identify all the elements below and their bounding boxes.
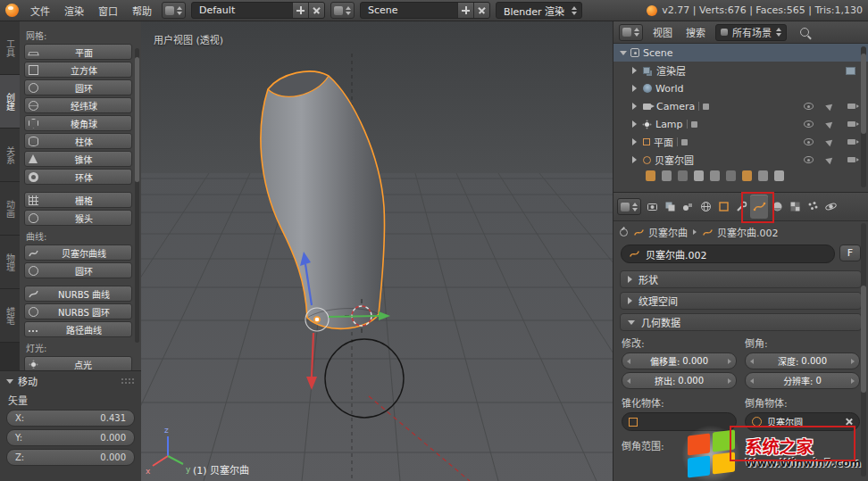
delete-scene-button[interactable] bbox=[473, 3, 489, 18]
outliner-scrollbar[interactable] bbox=[861, 46, 866, 187]
tab-render-layers[interactable] bbox=[661, 195, 679, 219]
add-path-button[interactable]: 路径曲线 bbox=[24, 321, 132, 337]
add-grid-button[interactable]: 栅格 bbox=[24, 192, 132, 208]
scene-field[interactable]: Scene bbox=[360, 2, 490, 19]
add-layout-button[interactable] bbox=[292, 3, 308, 18]
offset-slider[interactable]: 偏移量: 0.000 bbox=[622, 352, 737, 369]
outliner-partial-row[interactable] bbox=[613, 170, 868, 182]
add-nurbs-curve-button[interactable]: NURBS 曲线 bbox=[24, 286, 132, 302]
outliner-row-world[interactable]: World bbox=[613, 79, 868, 97]
add-torus-button[interactable]: 环体 bbox=[24, 169, 132, 185]
outliner-view-menu[interactable]: 视图 bbox=[647, 25, 678, 39]
add-monkey-button[interactable]: 猴头 bbox=[24, 210, 132, 226]
fake-user-button[interactable]: F bbox=[839, 245, 861, 261]
expand-icon[interactable] bbox=[620, 51, 630, 55]
visibility-eye-icon[interactable] bbox=[804, 120, 814, 128]
add-ico-sphere-button[interactable]: 棱角球 bbox=[24, 115, 132, 131]
panel-texture-space-header[interactable]: 纹理空间 bbox=[620, 292, 862, 310]
add-scene-button[interactable] bbox=[457, 3, 473, 18]
outliner-search-menu[interactable]: 搜索 bbox=[680, 25, 711, 39]
selectability-cursor-icon[interactable] bbox=[825, 120, 835, 129]
screen-layout-field[interactable]: Default bbox=[191, 2, 325, 19]
outliner-row-bezier-circle[interactable]: 贝塞尔圆 bbox=[613, 151, 868, 169]
tab-modifiers[interactable] bbox=[732, 195, 750, 219]
expand-icon[interactable] bbox=[632, 156, 643, 163]
tab-physics[interactable]: 物理 bbox=[0, 236, 20, 289]
datablock-name-field[interactable]: 贝塞尔曲.002 bbox=[621, 245, 835, 263]
viewport-canvas[interactable]: z x y bbox=[141, 21, 613, 481]
visibility-eye-icon[interactable] bbox=[804, 103, 814, 110]
pin-icon[interactable] bbox=[620, 228, 628, 236]
render-engine-dropdown[interactable]: Blender 渲染 bbox=[496, 2, 582, 19]
renderability-camera-icon[interactable] bbox=[847, 121, 855, 127]
outliner-display-filter[interactable]: 所有场景 bbox=[715, 24, 787, 41]
outliner-row-lamp[interactable]: Lamp bbox=[613, 115, 868, 133]
scene-selector-icon-button[interactable] bbox=[330, 2, 355, 19]
selectability-cursor-icon[interactable] bbox=[825, 155, 835, 165]
tab-render[interactable] bbox=[643, 195, 661, 219]
editor-type-selector[interactable] bbox=[162, 2, 186, 19]
renderability-camera-icon[interactable] bbox=[847, 157, 855, 162]
tab-create[interactable]: 创建 bbox=[0, 75, 20, 129]
expand-icon[interactable] bbox=[632, 67, 643, 74]
editor-type-selector[interactable] bbox=[617, 198, 641, 215]
add-uv-sphere-button[interactable]: 经纬球 bbox=[24, 97, 132, 113]
menu-file[interactable]: 文件 bbox=[24, 4, 56, 18]
add-bezier-curve-button[interactable]: 贝塞尔曲线 bbox=[24, 245, 132, 261]
breadcrumb-object[interactable]: 贝塞尔曲 bbox=[633, 225, 688, 239]
tab-world[interactable] bbox=[697, 195, 714, 219]
translate-x-field[interactable]: X: 0.431 bbox=[6, 410, 135, 427]
renderability-camera-icon[interactable] bbox=[847, 104, 855, 109]
expand-icon[interactable] bbox=[632, 138, 643, 145]
selectability-cursor-icon[interactable] bbox=[825, 137, 835, 147]
bevel-depth-slider[interactable]: 深度: 0.000 bbox=[745, 352, 860, 369]
tab-material[interactable] bbox=[768, 195, 786, 219]
tab-tools[interactable]: 工具 bbox=[0, 21, 20, 75]
panel-geometry-header[interactable]: 几何数据 bbox=[620, 313, 862, 331]
expand-icon[interactable] bbox=[632, 85, 643, 92]
outliner-row-scene[interactable]: Scene bbox=[613, 44, 868, 62]
tool-shelf-scrollbar[interactable] bbox=[135, 48, 139, 343]
expand-icon[interactable] bbox=[632, 103, 643, 110]
tab-texture[interactable] bbox=[786, 195, 804, 219]
add-cone-button[interactable]: 锥体 bbox=[24, 151, 132, 167]
menu-window[interactable]: 窗口 bbox=[92, 4, 124, 18]
tab-object-data[interactable] bbox=[750, 195, 768, 219]
visibility-eye-icon[interactable] bbox=[804, 138, 814, 145]
add-bezier-circle-button[interactable]: 圆环 bbox=[24, 262, 132, 278]
clear-bevel-object-icon[interactable] bbox=[845, 418, 853, 426]
outliner-row-plane[interactable]: 平面 bbox=[613, 133, 868, 151]
tab-physics[interactable] bbox=[822, 195, 839, 219]
extrude-slider[interactable]: 挤出: 0.000 bbox=[622, 372, 737, 389]
translate-y-field[interactable]: Y: 0.000 bbox=[6, 429, 135, 446]
bevel-resolution-slider[interactable]: 分辨率: 0 bbox=[745, 372, 860, 389]
menu-help[interactable]: 帮助 bbox=[126, 4, 158, 18]
outliner-row-camera[interactable]: Camera bbox=[613, 97, 868, 115]
panel-shape-header[interactable]: 形状 bbox=[620, 270, 862, 288]
delete-layout-button[interactable] bbox=[308, 3, 324, 18]
visibility-eye-icon[interactable] bbox=[804, 156, 814, 163]
tab-animation[interactable]: 动画 bbox=[0, 182, 20, 236]
breadcrumb-data[interactable]: 贝塞尔曲.002 bbox=[702, 225, 779, 239]
blender-logo-icon[interactable] bbox=[5, 4, 19, 17]
translate-z-field[interactable]: Z: 0.000 bbox=[6, 449, 135, 466]
selectability-cursor-icon[interactable] bbox=[825, 102, 835, 112]
search-icon[interactable] bbox=[800, 28, 809, 37]
add-cube-button[interactable]: 立方体 bbox=[24, 62, 132, 78]
renderability-camera-icon[interactable] bbox=[847, 139, 855, 145]
3d-viewport[interactable]: z x y 用户视图 (透视) (1) 贝塞尔曲 bbox=[141, 21, 613, 481]
add-circle-button[interactable]: 圆环 bbox=[24, 79, 132, 95]
tab-scene[interactable] bbox=[679, 195, 697, 219]
operator-panel-header[interactable]: 移动 bbox=[6, 374, 135, 388]
tab-particles[interactable] bbox=[804, 195, 822, 219]
add-point-lamp-button[interactable]: 点光 bbox=[24, 356, 132, 370]
add-cylinder-button[interactable]: 柱体 bbox=[24, 133, 132, 149]
y-axis-handle[interactable] bbox=[329, 316, 379, 317]
outliner-row-renderlayers[interactable]: 渲染层 bbox=[613, 62, 868, 79]
tab-grease-pencil[interactable]: 蜡笔 bbox=[0, 289, 20, 343]
menu-render[interactable]: 渲染 bbox=[58, 4, 90, 18]
expand-icon[interactable] bbox=[632, 120, 643, 128]
tab-relations[interactable]: 关系 bbox=[0, 129, 20, 182]
editor-type-selector[interactable] bbox=[619, 24, 643, 41]
add-plane-button[interactable]: 平面 bbox=[24, 44, 132, 60]
